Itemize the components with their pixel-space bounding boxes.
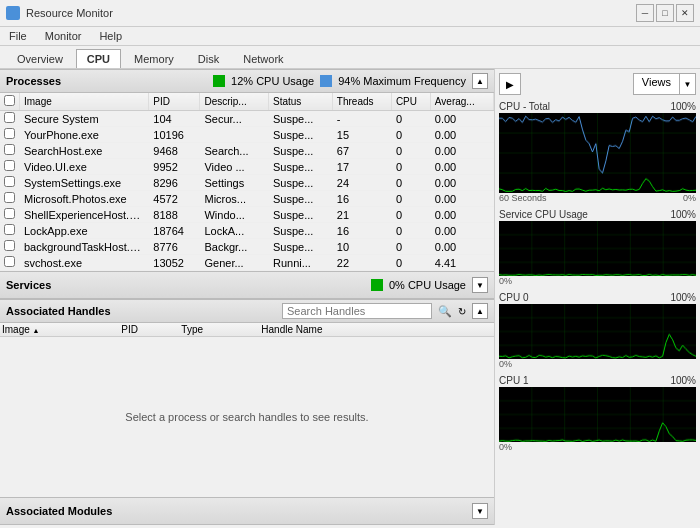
cell-desc: Backgr... (200, 239, 269, 255)
cell-status: Runni... (269, 255, 333, 271)
col-threads[interactable]: Threads (332, 93, 391, 111)
service-cpu-label-row: Service CPU Usage 100% (499, 209, 696, 220)
table-row[interactable]: SystemSettings.exe 8296 Settings Suspe..… (0, 175, 494, 191)
table-row[interactable]: ShellExperienceHost.exe 8188 Windo... Su… (0, 207, 494, 223)
cell-cpu: 0 (391, 223, 430, 239)
search-icon[interactable]: 🔍 (438, 305, 452, 318)
cell-status: Suspe... (269, 127, 333, 143)
cpu-total-0: 0% (683, 193, 696, 203)
refresh-icon[interactable]: ↻ (458, 306, 466, 317)
menu-item-file[interactable]: File (6, 29, 30, 43)
left-panel: Processes 12% CPU Usage 94% Maximum Freq… (0, 69, 495, 525)
search-handles-input[interactable] (287, 305, 427, 317)
cpu-total-label: CPU - Total (499, 101, 550, 112)
close-button[interactable]: ✕ (676, 4, 694, 22)
select-all-checkbox[interactable] (4, 95, 15, 106)
cell-pid: 8188 (149, 207, 200, 223)
row-checkbox[interactable] (4, 128, 15, 139)
handles-empty-message: Select a process or search handles to se… (0, 337, 494, 497)
col-pid[interactable]: PID (149, 93, 200, 111)
cell-status: Suspe... (269, 159, 333, 175)
search-handles-box[interactable] (282, 303, 432, 319)
service-cpu-section: Service CPU Usage 100% 0% (499, 209, 696, 286)
col-checkbox[interactable] (0, 93, 20, 111)
app-icon (6, 6, 20, 20)
handles-col-image[interactable]: Image ▲ (0, 323, 119, 336)
row-checkbox[interactable] (4, 176, 15, 187)
cell-avg: 0.00 (430, 111, 493, 127)
modules-collapse-btn[interactable]: ▼ (472, 503, 488, 519)
table-row[interactable]: Microsoft.Photos.exe 4572 Micros... Susp… (0, 191, 494, 207)
cpu0-0: 0% (499, 359, 512, 369)
cpu0-section: CPU 0 100% 0% (499, 292, 696, 369)
cell-desc: Secur... (200, 111, 269, 127)
cell-avg: 4.41 (430, 255, 493, 271)
tab-disk[interactable]: Disk (187, 49, 230, 68)
row-checkbox[interactable] (4, 208, 15, 219)
col-desc[interactable]: Descrip... (200, 93, 269, 111)
cell-cpu: 0 (391, 239, 430, 255)
main-layout: Processes 12% CPU Usage 94% Maximum Freq… (0, 69, 700, 525)
row-checkbox[interactable] (4, 192, 15, 203)
table-row[interactable]: svchost.exe 13052 Gener... Runni... 22 0… (0, 255, 494, 271)
tab-network[interactable]: Network (232, 49, 294, 68)
tab-overview[interactable]: Overview (6, 49, 74, 68)
cell-image: Video.UI.exe (20, 159, 149, 175)
handles-header[interactable]: Associated Handles 🔍 ↻ ▲ (0, 299, 494, 323)
tab-cpu[interactable]: CPU (76, 49, 121, 68)
tab-memory[interactable]: Memory (123, 49, 185, 68)
cell-pid: 13052 (149, 255, 200, 271)
tab-bar: OverviewCPUMemoryDiskNetwork (0, 46, 700, 69)
row-checkbox[interactable] (4, 240, 15, 251)
cpu1-graph (499, 387, 696, 442)
cell-status: Suspe... (269, 223, 333, 239)
table-row[interactable]: SearchHost.exe 9468 Search... Suspe... 6… (0, 143, 494, 159)
views-bar: ▶ Views ▼ (499, 73, 696, 95)
cell-threads: 16 (332, 223, 391, 239)
processes-table: Image PID Descrip... Status Threads CPU … (0, 93, 494, 271)
maximize-button[interactable]: □ (656, 4, 674, 22)
col-image[interactable]: Image (20, 93, 149, 111)
views-dropdown-btn[interactable]: ▼ (680, 73, 696, 95)
cpu1-100: 100% (670, 375, 696, 386)
cell-cpu: 0 (391, 143, 430, 159)
handles-col-name[interactable]: Handle Name (259, 323, 494, 336)
row-checkbox[interactable] (4, 144, 15, 155)
table-row[interactable]: YourPhone.exe 10196 Suspe... 15 0 0.00 (0, 127, 494, 143)
services-cpu-label: 0% CPU Usage (389, 279, 466, 291)
handles-col-type[interactable]: Type (179, 323, 259, 336)
cell-desc: Settings (200, 175, 269, 191)
minimize-button[interactable]: ─ (636, 4, 654, 22)
col-status[interactable]: Status (269, 93, 333, 111)
row-checkbox[interactable] (4, 224, 15, 235)
processes-collapse-btn[interactable]: ▲ (472, 73, 488, 89)
handles-col-pid[interactable]: PID (119, 323, 179, 336)
handles-collapse-btn[interactable]: ▲ (472, 303, 488, 319)
processes-section: Processes 12% CPU Usage 94% Maximum Freq… (0, 69, 494, 271)
panel-arrow-btn[interactable]: ▶ (499, 73, 521, 95)
table-row[interactable]: Video.UI.exe 9952 Video ... Suspe... 17 … (0, 159, 494, 175)
cpu0-label: CPU 0 (499, 292, 528, 303)
table-row[interactable]: LockApp.exe 18764 LockA... Suspe... 16 0… (0, 223, 494, 239)
services-section[interactable]: Services 0% CPU Usage ▼ (0, 271, 494, 299)
table-row[interactable]: Secure System 104 Secur... Suspe... - 0 … (0, 111, 494, 127)
processes-header[interactable]: Processes 12% CPU Usage 94% Maximum Freq… (0, 69, 494, 93)
menu-item-help[interactable]: Help (96, 29, 125, 43)
cell-image: backgroundTaskHost.exe (20, 239, 149, 255)
modules-section[interactable]: Associated Modules ▼ (0, 497, 494, 525)
row-checkbox[interactable] (4, 112, 15, 123)
cell-threads: 67 (332, 143, 391, 159)
col-cpu[interactable]: CPU (391, 93, 430, 111)
window-controls: ─ □ ✕ (636, 4, 694, 22)
services-collapse-btn[interactable]: ▼ (472, 277, 488, 293)
cell-pid: 8776 (149, 239, 200, 255)
views-button[interactable]: Views (633, 73, 680, 95)
row-checkbox[interactable] (4, 256, 15, 267)
row-checkbox[interactable] (4, 160, 15, 171)
cpu1-label: CPU 1 (499, 375, 528, 386)
cell-threads: 24 (332, 175, 391, 191)
col-avg[interactable]: Averag... (430, 93, 493, 111)
cell-pid: 8296 (149, 175, 200, 191)
table-row[interactable]: backgroundTaskHost.exe 8776 Backgr... Su… (0, 239, 494, 255)
menu-item-monitor[interactable]: Monitor (42, 29, 85, 43)
